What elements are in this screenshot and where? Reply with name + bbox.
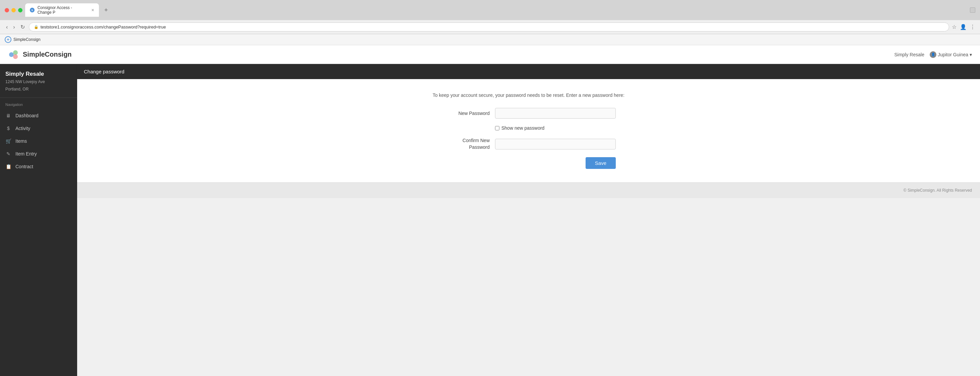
app-logo: SimpleConsign bbox=[8, 49, 72, 61]
tab-favicon: S bbox=[30, 7, 35, 13]
sidebar-item-label-dashboard: Dashboard bbox=[16, 113, 38, 118]
reload-button[interactable]: ↻ bbox=[19, 23, 26, 31]
user-menu[interactable]: 👤 Jupitor Guinea ▾ bbox=[930, 51, 972, 58]
browser-tab[interactable]: S Consignor Access - Change P ✕ bbox=[25, 3, 99, 17]
header-right: Simply Resale 👤 Jupitor Guinea ▾ bbox=[894, 51, 972, 58]
tab-close-button[interactable]: ✕ bbox=[91, 8, 94, 13]
svg-point-5 bbox=[13, 54, 18, 59]
sidebar-item-item-entry[interactable]: ✎ Item Entry bbox=[0, 148, 77, 160]
traffic-light-yellow[interactable] bbox=[11, 8, 16, 13]
menu-icon[interactable]: ⋮ bbox=[970, 24, 975, 30]
traffic-light-green[interactable] bbox=[18, 8, 22, 13]
svg-point-3 bbox=[9, 52, 14, 57]
change-password-body: To keep your account secure, your passwo… bbox=[77, 79, 980, 182]
new-password-row: New Password bbox=[441, 108, 616, 119]
change-password-card: Change password To keep your account sec… bbox=[77, 64, 980, 182]
form-actions: Save bbox=[441, 157, 616, 169]
app-footer: © SimpleConsign. All Rights Reserved bbox=[77, 182, 980, 198]
main-content: Change password To keep your account sec… bbox=[77, 64, 980, 376]
sidebar-item-label-activity: Activity bbox=[16, 126, 30, 131]
activity-icon: $ bbox=[5, 125, 11, 132]
extension-logo bbox=[5, 36, 11, 43]
contract-icon: 📋 bbox=[5, 163, 11, 170]
bookmark-icon[interactable]: ☆ bbox=[952, 24, 956, 30]
traffic-light-red[interactable] bbox=[5, 8, 9, 13]
app-header: SimpleConsign Simply Resale 👤 Jupitor Gu… bbox=[0, 45, 980, 64]
sidebar-item-dashboard[interactable]: 🖥 Dashboard bbox=[0, 109, 77, 122]
sidebar-store-address-2: Portland, OR bbox=[5, 86, 72, 92]
browser-collapse[interactable] bbox=[970, 7, 975, 13]
sidebar-store-info: Simply Resale 1245 NW Lovejoy Ave Portla… bbox=[0, 64, 77, 98]
sidebar-item-label-contract: Contract bbox=[16, 164, 33, 169]
items-icon: 🛒 bbox=[5, 138, 11, 144]
forward-button[interactable]: › bbox=[12, 24, 16, 31]
sidebar: Simply Resale 1245 NW Lovejoy Ave Portla… bbox=[0, 64, 77, 376]
password-form: New Password Show new password Confirm N… bbox=[441, 108, 616, 169]
new-password-label: New Password bbox=[441, 111, 495, 116]
change-password-header: Change password bbox=[77, 64, 980, 79]
sidebar-item-label-item-entry: Item Entry bbox=[16, 151, 37, 157]
password-instruction: To keep your account secure, your passwo… bbox=[97, 92, 960, 98]
sidebar-store-address-1: 1245 NW Lovejoy Ave bbox=[5, 79, 72, 85]
show-password-checkbox[interactable] bbox=[495, 126, 500, 130]
sidebar-item-items[interactable]: 🛒 Items bbox=[0, 135, 77, 148]
back-button[interactable]: ‹ bbox=[5, 24, 9, 31]
user-profile-icon[interactable]: 👤 bbox=[960, 24, 967, 30]
sidebar-store-name: Simply Resale bbox=[5, 71, 72, 78]
sidebar-item-contract[interactable]: 📋 Contract bbox=[0, 160, 77, 173]
user-dropdown-icon: ▾ bbox=[970, 52, 972, 57]
new-password-input[interactable] bbox=[495, 108, 616, 119]
show-password-row: Show new password bbox=[495, 125, 616, 131]
address-bar[interactable]: 🔒 teststore1.consignoraccess.com/changeP… bbox=[29, 22, 949, 32]
sidebar-nav-section-label: Navigation bbox=[0, 98, 77, 109]
show-password-label: Show new password bbox=[501, 125, 544, 131]
copyright-text: © SimpleConsign. All Rights Reserved bbox=[904, 188, 972, 193]
lock-icon: 🔒 bbox=[34, 25, 38, 29]
header-store-name: Simply Resale bbox=[894, 52, 924, 57]
logo-icon bbox=[8, 49, 20, 61]
sidebar-item-label-items: Items bbox=[16, 138, 27, 144]
app-logo-text: SimpleConsign bbox=[23, 51, 72, 58]
svg-point-4 bbox=[13, 50, 18, 55]
url-text: teststore1.consignoraccess.com/changePas… bbox=[41, 24, 166, 30]
confirm-password-label: Confirm NewPassword bbox=[441, 137, 495, 151]
confirm-password-row: Confirm NewPassword bbox=[441, 137, 616, 151]
svg-text:S: S bbox=[32, 9, 33, 12]
dashboard-icon: 🖥 bbox=[5, 113, 11, 119]
item-entry-icon: ✎ bbox=[5, 151, 11, 157]
user-avatar: 👤 bbox=[930, 51, 936, 58]
sidebar-item-activity[interactable]: $ Activity bbox=[0, 122, 77, 135]
confirm-password-input[interactable] bbox=[495, 139, 616, 149]
extension-label: SimpleConsign bbox=[13, 37, 41, 42]
save-button[interactable]: Save bbox=[585, 157, 616, 169]
new-tab-button[interactable]: + bbox=[102, 7, 111, 14]
change-password-title: Change password bbox=[84, 69, 124, 75]
tab-title: Consignor Access - Change P bbox=[38, 5, 86, 15]
user-name: Jupitor Guinea bbox=[938, 52, 968, 57]
